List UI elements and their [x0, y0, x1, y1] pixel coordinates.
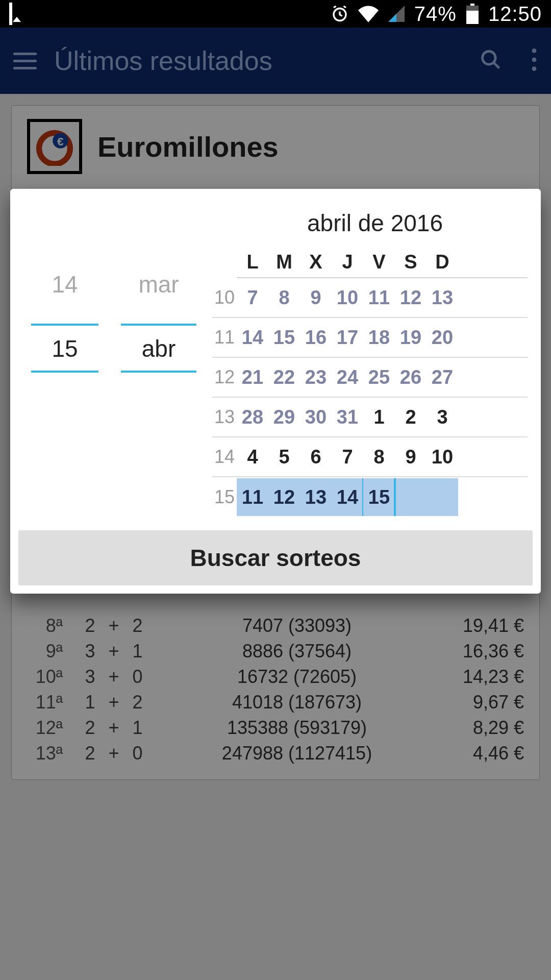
search-draws-button[interactable]: Buscar sorteos [18, 530, 533, 585]
calendar-dow: L [237, 251, 268, 273]
calendar-day[interactable]: 7 [237, 287, 268, 309]
calendar-day[interactable]: 19 [395, 327, 427, 349]
calendar-day[interactable]: 2 [395, 406, 427, 428]
calendar-dow: X [300, 251, 332, 273]
calendar-day[interactable]: 23 [300, 366, 332, 388]
calendar-day[interactable]: 5 [268, 446, 300, 468]
calendar-day[interactable]: 21 [237, 366, 268, 388]
calendar-day[interactable]: 14 [237, 327, 268, 349]
calendar-day[interactable]: 13 [300, 478, 332, 516]
clock-time: 12:50 [488, 3, 542, 26]
calendar-day[interactable]: 9 [395, 446, 427, 468]
calendar-day[interactable]: 10 [332, 287, 363, 309]
calendar-day[interactable]: 14 [332, 478, 363, 516]
calendar-day[interactable]: 8 [363, 446, 395, 468]
signal-icon [388, 6, 405, 22]
calendar-day[interactable]: 13 [427, 287, 458, 309]
calendar-day[interactable]: 6 [300, 446, 332, 468]
calendar-day[interactable]: 20 [427, 327, 458, 349]
week-number: 12 [212, 366, 237, 388]
alarm-icon [331, 5, 349, 23]
day-spinner-prev[interactable]: 14 [31, 271, 98, 298]
month-spinner-prev[interactable]: mar [121, 271, 196, 298]
svg-rect-1 [470, 4, 474, 6]
calendar-day[interactable]: 12 [268, 478, 300, 516]
calendar-day[interactable]: 30 [300, 406, 332, 428]
calendar-dow: J [332, 251, 363, 273]
calendar-day[interactable]: 18 [363, 327, 395, 349]
date-picker-dialog: 14 mar 15 abr abril de 20 [10, 189, 541, 594]
calendar-dow: D [427, 251, 458, 273]
date-spinner[interactable]: 14 mar 15 abr [19, 209, 208, 517]
calendar-day[interactable]: 28 [237, 406, 268, 428]
calendar: abril de 2016 LMXJVSD 107891011121311141… [208, 209, 532, 517]
calendar-week: 1328293031123 [212, 398, 528, 437]
calendar-day[interactable]: 3 [427, 406, 458, 428]
calendar-day[interactable]: 4 [237, 446, 268, 468]
wifi-icon [358, 5, 379, 22]
calendar-day[interactable]: 29 [268, 406, 300, 428]
calendar-dow-header: LMXJVSD [237, 251, 528, 273]
calendar-day[interactable]: 25 [363, 366, 395, 388]
battery-percent: 74% [414, 3, 457, 26]
week-number: 11 [212, 327, 237, 348]
week-number: 15 [212, 486, 237, 508]
calendar-day[interactable]: 16 [300, 327, 332, 349]
calendar-day[interactable]: 15 [363, 478, 395, 516]
month-spinner-selected[interactable]: abr [121, 315, 196, 373]
calendar-day [427, 478, 458, 516]
calendar-day[interactable]: 15 [268, 327, 300, 349]
calendar-day[interactable]: 22 [268, 366, 300, 388]
calendar-day[interactable]: 8 [268, 287, 300, 309]
svg-rect-3 [466, 11, 479, 24]
battery-icon [466, 4, 479, 24]
week-number: 10 [212, 287, 237, 308]
calendar-day[interactable]: 11 [237, 478, 268, 516]
status-bar: 74% 12:50 [0, 0, 551, 28]
calendar-day[interactable]: 10 [427, 446, 458, 468]
week-number: 13 [212, 406, 237, 428]
calendar-week: 151112131415 [212, 477, 528, 517]
calendar-title: abril de 2016 [222, 209, 528, 237]
calendar-day[interactable]: 26 [395, 366, 427, 388]
calendar-week: 1445678910 [212, 437, 528, 477]
day-spinner-selected[interactable]: 15 [31, 315, 98, 373]
calendar-dow: S [395, 251, 427, 273]
picture-icon [9, 4, 12, 24]
calendar-day[interactable]: 12 [395, 287, 427, 309]
calendar-day[interactable]: 27 [427, 366, 458, 388]
calendar-dow: V [363, 251, 395, 273]
calendar-day [395, 478, 427, 516]
calendar-day[interactable]: 11 [363, 287, 395, 309]
calendar-week: 1078910111213 [212, 278, 528, 318]
calendar-day[interactable]: 7 [332, 446, 363, 468]
calendar-day[interactable]: 17 [332, 327, 363, 349]
calendar-week: 1221222324252627 [212, 358, 528, 398]
calendar-week: 1114151617181920 [212, 318, 528, 358]
calendar-day[interactable]: 24 [332, 366, 363, 388]
calendar-day[interactable]: 9 [300, 287, 332, 309]
calendar-day[interactable]: 1 [363, 406, 395, 428]
calendar-dow: M [268, 251, 300, 273]
calendar-day[interactable]: 31 [332, 406, 363, 428]
week-number: 14 [212, 446, 237, 468]
